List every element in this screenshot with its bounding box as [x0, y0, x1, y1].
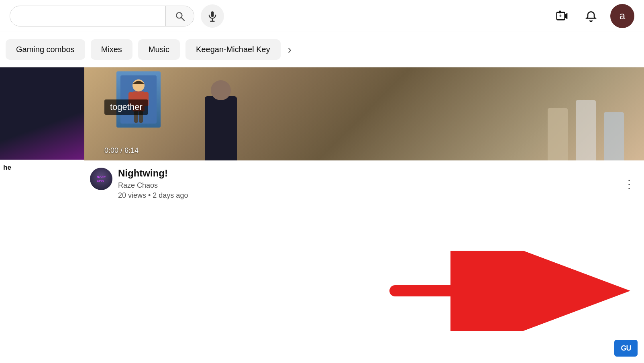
- user-avatar[interactable]: a: [610, 4, 634, 28]
- more-chips-button[interactable]: ›: [288, 43, 291, 56]
- voice-search-button[interactable]: [201, 4, 224, 28]
- header: + a: [0, 0, 644, 32]
- chip-keegan-michael-key[interactable]: Keegan-Michael Key: [185, 39, 281, 60]
- channel-avatar[interactable]: RAZECHA: [90, 168, 112, 190]
- video-title: Nightwing!: [118, 168, 615, 179]
- chip-mixes[interactable]: Mixes: [91, 39, 132, 60]
- left-meta-title: he: [0, 160, 84, 176]
- watermark: GU: [614, 340, 638, 357]
- video-caption: together: [104, 99, 148, 115]
- chip-gaming-combos[interactable]: Gaming combos: [6, 39, 85, 60]
- bell-icon: [585, 10, 597, 22]
- video-text: Nightwing! Raze Chaos 20 views • 2 days …: [118, 168, 615, 200]
- search-icon: [175, 11, 185, 21]
- left-thumbnail: [0, 67, 84, 160]
- main-video-card: together 0:00 / 6:14 RAZECHA Nightwing! …: [84, 67, 644, 363]
- video-stats: 20 views • 2 days ago: [118, 191, 615, 200]
- content-area: he: [0, 67, 644, 363]
- background-figures: [548, 100, 624, 160]
- create-video-icon: +: [556, 10, 569, 22]
- search-button[interactable]: [165, 6, 194, 26]
- create-video-button[interactable]: +: [552, 6, 572, 26]
- left-card-partial: he: [0, 67, 84, 363]
- person-silhouette: [189, 68, 253, 160]
- video-info: RAZECHA Nightwing! Raze Chaos 20 views •…: [84, 160, 644, 207]
- header-actions: + a: [552, 4, 634, 28]
- notifications-button[interactable]: [581, 6, 601, 26]
- microphone-icon: [207, 10, 218, 22]
- filter-bar: Gaming combos Mixes Music Keegan-Michael…: [0, 32, 644, 67]
- video-timestamp: 0:00 / 6:14: [104, 146, 139, 155]
- chip-music[interactable]: Music: [138, 39, 180, 60]
- svg-text:+: +: [559, 13, 562, 19]
- search-input[interactable]: [10, 7, 165, 25]
- svg-line-1: [181, 17, 184, 20]
- video-channel: Raze Chaos: [118, 181, 615, 190]
- search-bar: [10, 6, 194, 26]
- svg-rect-2: [211, 11, 214, 17]
- video-thumbnail[interactable]: together 0:00 / 6:14: [84, 67, 644, 160]
- more-options-button[interactable]: ⋮: [620, 174, 638, 194]
- video-thumb-bg: [84, 67, 644, 160]
